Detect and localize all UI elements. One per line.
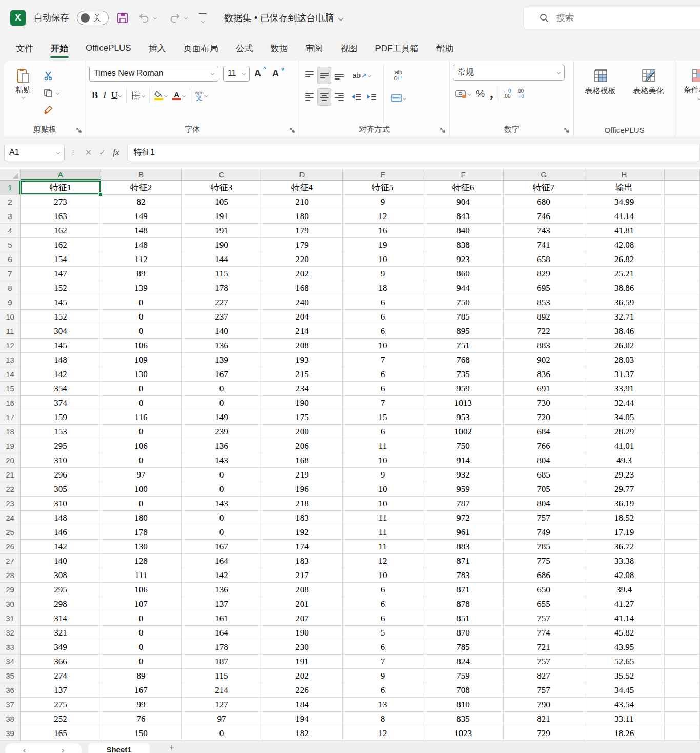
cell-B37[interactable]: 99 xyxy=(101,698,182,712)
row-header-39[interactable]: 39 xyxy=(0,726,21,741)
cell-H8[interactable]: 38.86 xyxy=(584,281,665,295)
cell-H12[interactable]: 26.02 xyxy=(584,339,665,353)
cell-I39[interactable] xyxy=(665,726,700,741)
excel-logo-icon[interactable]: X xyxy=(10,10,26,26)
cell-I32[interactable] xyxy=(665,626,700,640)
cell-H29[interactable]: 39.4 xyxy=(584,583,665,597)
cell-C18[interactable]: 239 xyxy=(182,425,262,439)
cell-G27[interactable]: 775 xyxy=(504,554,584,568)
cell-B12[interactable]: 106 xyxy=(101,339,182,353)
row-header-17[interactable]: 17 xyxy=(0,410,21,425)
cell-A3[interactable]: 163 xyxy=(21,209,101,224)
cell-G36[interactable]: 757 xyxy=(504,683,584,698)
column-header-A[interactable]: A xyxy=(21,169,101,181)
cell-G7[interactable]: 829 xyxy=(504,267,584,281)
cell-F27[interactable]: 871 xyxy=(423,554,504,568)
cell-D25[interactable]: 192 xyxy=(262,525,343,540)
row-header-14[interactable]: 14 xyxy=(0,367,21,382)
paste-dropdown-icon[interactable] xyxy=(21,95,25,99)
align-bottom-button[interactable] xyxy=(332,67,346,84)
cell-F3[interactable]: 843 xyxy=(423,209,504,224)
cell-G16[interactable]: 730 xyxy=(504,396,584,410)
row-header-19[interactable]: 19 xyxy=(0,439,21,453)
cancel-button[interactable]: ✕ xyxy=(82,148,95,157)
cell-B5[interactable]: 148 xyxy=(101,238,182,252)
cell-B38[interactable]: 76 xyxy=(101,712,182,726)
cell-D33[interactable]: 230 xyxy=(262,640,343,655)
cell-I29[interactable] xyxy=(665,583,700,597)
cell-D15[interactable]: 234 xyxy=(262,382,343,396)
copy-button[interactable] xyxy=(43,87,59,98)
cell-I2[interactable] xyxy=(665,195,700,209)
copy-dropdown-icon[interactable] xyxy=(56,91,59,94)
cell-C34[interactable]: 187 xyxy=(182,655,262,669)
row-header-27[interactable]: 27 xyxy=(0,554,21,568)
cell-D12[interactable]: 208 xyxy=(262,339,343,353)
cell-E17[interactable]: 15 xyxy=(343,410,423,425)
cell-G8[interactable]: 695 xyxy=(504,281,584,295)
cell-B17[interactable]: 116 xyxy=(101,410,182,425)
row-header-31[interactable]: 31 xyxy=(0,611,21,626)
save-button[interactable] xyxy=(116,11,129,25)
cell-G11[interactable]: 722 xyxy=(504,324,584,339)
table-beautify-button[interactable]: 表格美化 xyxy=(626,65,671,123)
align-right-button[interactable] xyxy=(332,88,346,106)
cell-B32[interactable]: 0 xyxy=(101,626,182,640)
row-header-11[interactable]: 11 xyxy=(0,324,21,339)
cell-F21[interactable]: 932 xyxy=(423,468,504,482)
row-header-18[interactable]: 18 xyxy=(0,425,21,439)
cell-C24[interactable]: 0 xyxy=(182,511,262,525)
cell-E37[interactable]: 13 xyxy=(343,698,423,712)
cell-G37[interactable]: 790 xyxy=(504,698,584,712)
cell-A10[interactable]: 152 xyxy=(21,310,101,324)
cell-D27[interactable]: 183 xyxy=(262,554,343,568)
format-painter-button[interactable] xyxy=(43,105,59,116)
cell-C22[interactable]: 0 xyxy=(182,482,262,497)
cell-E2[interactable]: 9 xyxy=(343,195,423,209)
cell-E29[interactable]: 6 xyxy=(343,583,423,597)
cell-G34[interactable]: 757 xyxy=(504,655,584,669)
cell-E9[interactable]: 6 xyxy=(343,295,423,310)
italic-button[interactable]: I xyxy=(101,87,109,104)
cell-C1[interactable]: 特征3 xyxy=(182,181,262,195)
decrease-indent-button[interactable] xyxy=(349,88,364,106)
cut-button[interactable] xyxy=(43,70,59,81)
cell-C25[interactable]: 0 xyxy=(182,525,262,540)
cell-B4[interactable]: 148 xyxy=(101,224,182,238)
font-name-select[interactable]: Times New Roman xyxy=(89,66,218,82)
row-header-13[interactable]: 13 xyxy=(0,353,21,367)
cell-G15[interactable]: 691 xyxy=(504,382,584,396)
cell-B2[interactable]: 82 xyxy=(101,195,182,209)
conditional-formatting-button[interactable]: 条件格式 xyxy=(678,65,700,100)
cell-C11[interactable]: 140 xyxy=(182,324,262,339)
cell-D6[interactable]: 220 xyxy=(262,252,343,267)
tab-页面布局[interactable]: 页面布局 xyxy=(175,36,227,61)
cell-D26[interactable]: 174 xyxy=(262,540,343,554)
cell-C27[interactable]: 164 xyxy=(182,554,262,568)
cell-F20[interactable]: 914 xyxy=(423,453,504,468)
cell-D30[interactable]: 201 xyxy=(262,597,343,611)
cell-D3[interactable]: 180 xyxy=(262,209,343,224)
cell-E11[interactable]: 6 xyxy=(343,324,423,339)
cell-D16[interactable]: 190 xyxy=(262,396,343,410)
row-header-8[interactable]: 8 xyxy=(0,281,21,295)
cell-H36[interactable]: 34.45 xyxy=(584,683,665,698)
column-header-H[interactable]: H xyxy=(584,169,665,181)
tab-插入[interactable]: 插入 xyxy=(140,36,175,61)
cell-D7[interactable]: 202 xyxy=(262,267,343,281)
cell-D28[interactable]: 217 xyxy=(262,568,343,583)
cell-G22[interactable]: 705 xyxy=(504,482,584,497)
cell-B29[interactable]: 106 xyxy=(101,583,182,597)
search-input[interactable] xyxy=(556,13,669,23)
cell-H3[interactable]: 41.14 xyxy=(584,209,665,224)
cell-D5[interactable]: 179 xyxy=(262,238,343,252)
cell-D10[interactable]: 204 xyxy=(262,310,343,324)
cell-H32[interactable]: 45.82 xyxy=(584,626,665,640)
cell-H35[interactable]: 35.52 xyxy=(584,669,665,683)
cell-C23[interactable]: 143 xyxy=(182,497,262,511)
cell-E1[interactable]: 特征5 xyxy=(343,181,423,195)
cell-I35[interactable] xyxy=(665,669,700,683)
cell-A21[interactable]: 296 xyxy=(21,468,101,482)
cell-A26[interactable]: 142 xyxy=(21,540,101,554)
cell-C2[interactable]: 105 xyxy=(182,195,262,209)
